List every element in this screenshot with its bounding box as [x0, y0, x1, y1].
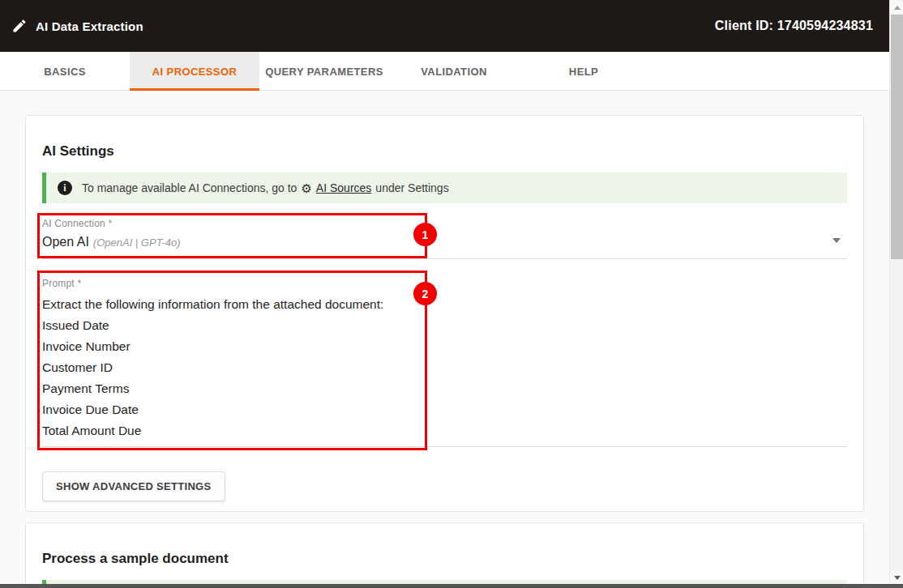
- dropdown-arrow-icon[interactable]: [832, 238, 841, 243]
- scroll-up-arrow-icon: [894, 6, 901, 10]
- sample-document-card: Process a sample document: [25, 522, 864, 588]
- ai-sources-link[interactable]: AI Sources: [316, 181, 371, 194]
- window-bottom-edge: [0, 584, 903, 588]
- tab-bar: BASICS AI PROCESSOR QUERY PARAMETERS VAL…: [0, 52, 889, 91]
- ai-connections-info-banner: i To manage available AI Connections, go…: [42, 173, 847, 203]
- tab-help[interactable]: HELP: [519, 52, 648, 91]
- tab-validation[interactable]: VALIDATION: [389, 52, 519, 91]
- ai-connection-value-row: Open AI(OpenAI | GPT-4o): [42, 235, 847, 249]
- info-text-before: To manage available AI Connections, go t…: [82, 181, 297, 194]
- scroll-down-arrow-icon: [894, 576, 901, 580]
- ai-connection-label: AI Connection *: [42, 218, 847, 229]
- prompt-line: Total Amount Due: [42, 420, 847, 441]
- sample-document-title: Process a sample document: [42, 551, 847, 567]
- page-title: AI Data Extraction: [36, 19, 143, 33]
- ai-connection-field[interactable]: AI Connection * Open AI(OpenAI | GPT-4o)…: [42, 213, 847, 259]
- scroll-down-button[interactable]: [890, 571, 903, 584]
- prompt-line: Issued Date: [42, 315, 847, 336]
- prompt-line: Customer ID: [42, 357, 847, 378]
- show-advanced-settings-button[interactable]: SHOW ADVANCED SETTINGS: [42, 471, 225, 501]
- tab-basics[interactable]: BASICS: [0, 52, 130, 91]
- ai-connection-value: Open AI: [42, 235, 89, 249]
- prompt-line: Extract the following information from t…: [42, 294, 847, 315]
- tab-ai-processor[interactable]: AI PROCESSOR: [130, 52, 259, 91]
- main-content: AI Settings i To manage available AI Con…: [0, 92, 889, 588]
- app-header: AI Data Extraction Client ID: 1740594234…: [0, 0, 889, 52]
- prompt-field[interactable]: Prompt * Extract the following informati…: [42, 271, 847, 447]
- client-id-label: Client ID: 1740594234831: [715, 19, 873, 33]
- scrollbar-thumb[interactable]: [891, 15, 903, 259]
- ai-connection-value-detail: (OpenAI | GPT-4o): [93, 236, 181, 249]
- prompt-line: Payment Terms: [42, 378, 847, 399]
- edit-pencil-icon: [11, 18, 28, 34]
- vertical-scrollbar[interactable]: [889, 0, 903, 588]
- scroll-up-button[interactable]: [890, 1, 903, 14]
- tab-query-parameters[interactable]: QUERY PARAMETERS: [259, 52, 389, 91]
- info-banner-text: To manage available AI Connections, go t…: [82, 181, 449, 194]
- gear-icon: ⚙: [301, 182, 311, 194]
- prompt-line: Invoice Number: [42, 336, 847, 357]
- ai-settings-card: AI Settings i To manage available AI Con…: [25, 115, 864, 512]
- info-text-after: under Settings: [375, 181, 448, 194]
- info-icon: i: [58, 181, 72, 195]
- prompt-line: Invoice Due Date: [42, 399, 847, 420]
- ai-settings-title: AI Settings: [42, 143, 847, 160]
- prompt-label: Prompt *: [42, 278, 847, 289]
